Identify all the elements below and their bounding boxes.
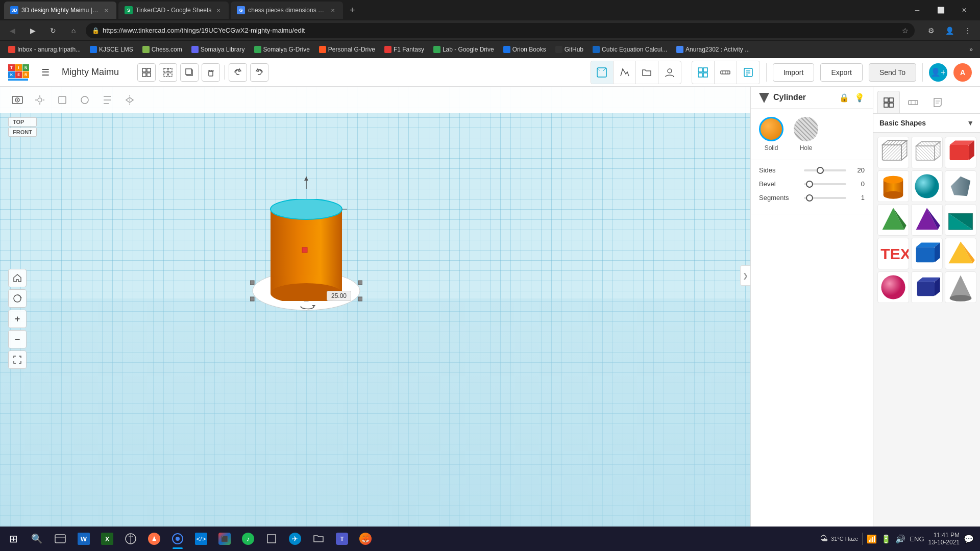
- redo-button[interactable]: [250, 63, 268, 82]
- sides-slider[interactable]: [804, 169, 846, 171]
- tab-close-chess[interactable]: ✕: [329, 6, 337, 14]
- input-method-icon[interactable]: ENG: [910, 535, 924, 543]
- shape-item-red-box[interactable]: [945, 137, 976, 168]
- forward-button[interactable]: ▶: [24, 22, 41, 39]
- group-button[interactable]: [137, 63, 156, 82]
- back-button[interactable]: ◀: [4, 22, 20, 39]
- menu-icon[interactable]: ☰: [37, 64, 54, 81]
- wifi-icon[interactable]: 📶: [867, 534, 877, 544]
- view-user-button[interactable]: [658, 61, 681, 84]
- mirror-icon[interactable]: [120, 91, 139, 109]
- tab-close-sheets[interactable]: ✕: [214, 6, 223, 14]
- tab-tinkercad[interactable]: 3D 3D design Mighty Maimu | Tink... ✕: [4, 2, 116, 19]
- zoom-in-button[interactable]: +: [8, 310, 27, 328]
- view-3d-button[interactable]: [591, 61, 614, 84]
- bookmark-f1[interactable]: F1 Fantasy: [380, 43, 428, 56]
- bookmark-chess[interactable]: Chess.com: [138, 43, 186, 56]
- sides-slider-thumb[interactable]: [817, 167, 824, 174]
- close-button[interactable]: ✕: [952, 0, 976, 20]
- view-grid-panel[interactable]: [692, 61, 715, 84]
- taskbar-item-custom1[interactable]: [119, 528, 142, 550]
- zoom-out-button[interactable]: −: [8, 330, 27, 348]
- view-folder-button[interactable]: [636, 61, 658, 84]
- volume-icon[interactable]: 🔊: [895, 534, 905, 544]
- circle-outline-icon[interactable]: [76, 91, 94, 109]
- shape-item-cylinder-orange[interactable]: [877, 170, 909, 202]
- taskbar-item-custom3[interactable]: ⬛: [213, 528, 236, 550]
- taskbar-item-excel[interactable]: X: [96, 528, 118, 550]
- bookmark-personal-gdrive[interactable]: Personal G-Drive: [315, 43, 379, 56]
- undo-button[interactable]: [229, 63, 247, 82]
- lock-icon[interactable]: 🔒: [839, 93, 849, 103]
- segments-slider[interactable]: [804, 197, 846, 199]
- shape-item-pyramid-purple[interactable]: [911, 204, 943, 236]
- profile-icon[interactable]: 👤: [941, 22, 958, 39]
- shape-item-teal-wedge[interactable]: [945, 204, 976, 236]
- bookmark-kjsce[interactable]: KJSCE LMS: [86, 43, 137, 56]
- start-button[interactable]: ⊞: [2, 528, 24, 550]
- duplicate-button[interactable]: [180, 63, 199, 82]
- bevel-slider-thumb[interactable]: [806, 181, 813, 188]
- info-icon[interactable]: 💡: [854, 93, 865, 103]
- home-button[interactable]: ⌂: [65, 22, 82, 39]
- ungroup-button[interactable]: [159, 63, 177, 82]
- bookmark-somaiya-lib[interactable]: Somaiya Library: [187, 43, 249, 56]
- view-measure-panel[interactable]: [715, 61, 737, 84]
- shapes-tab-measure[interactable]: [902, 91, 924, 113]
- import-button[interactable]: Import: [773, 63, 815, 82]
- shape-item-pyramid-green[interactable]: [877, 204, 909, 236]
- segments-slider-thumb[interactable]: [806, 194, 813, 202]
- hole-option[interactable]: Hole: [794, 117, 818, 152]
- home-view-button[interactable]: [8, 269, 27, 287]
- taskbar-item-vscode[interactable]: ≺/≻: [190, 528, 212, 550]
- shape-outline-icon[interactable]: [53, 91, 71, 109]
- bookmark-somaiya-gdrive[interactable]: Somaiya G-Drive: [250, 43, 314, 56]
- taskbar-search-button[interactable]: 🔍: [26, 528, 48, 550]
- rotate-view-button[interactable]: [8, 289, 27, 308]
- browser-menu-icon[interactable]: ⋮: [960, 22, 976, 39]
- taskbar-item-custom2[interactable]: ♟: [143, 528, 165, 550]
- shape-item-box-blue[interactable]: [911, 238, 943, 269]
- notification-icon[interactable]: 💬: [964, 534, 974, 544]
- tinkercad-logo[interactable]: T I N K E R: [8, 64, 29, 81]
- camera-view-icon[interactable]: [8, 91, 27, 109]
- shape-item-wedge-yellow[interactable]: [945, 238, 976, 269]
- shape-item-sphere-cyan[interactable]: [911, 170, 943, 202]
- battery-icon[interactable]: 🔋: [881, 534, 891, 544]
- align-icon[interactable]: [98, 91, 116, 109]
- view-label-front[interactable]: FRONT: [8, 128, 37, 137]
- fit-view-button[interactable]: [8, 350, 27, 369]
- tab-sheets[interactable]: S TinkerCAD - Google Sheets ✕: [118, 2, 229, 19]
- bookmark-github[interactable]: GitHub: [551, 43, 587, 56]
- bookmark-cubic[interactable]: Cubic Equation Calcul...: [589, 43, 671, 56]
- shape-item-cone-gray[interactable]: [945, 271, 976, 303]
- taskbar-clock[interactable]: 11:41 PM 13-10-2021: [928, 532, 960, 546]
- maximize-button[interactable]: ⬜: [929, 0, 952, 20]
- bookmark-star-icon[interactable]: ☆: [902, 27, 909, 35]
- weather-icon[interactable]: 🌤: [820, 534, 828, 543]
- solid-option[interactable]: Solid: [759, 117, 783, 152]
- canvas-area[interactable]: TOP FRONT + −: [0, 87, 750, 551]
- shape-item-sphere-magenta[interactable]: [877, 271, 909, 303]
- bookmarks-more-button[interactable]: »: [966, 46, 976, 53]
- taskbar-item-teams[interactable]: T: [331, 528, 353, 550]
- view-sketch-button[interactable]: [614, 61, 636, 84]
- taskbar-item-explorer[interactable]: [49, 528, 71, 550]
- add-user-icon[interactable]: 👤+: [929, 63, 947, 82]
- shapes-dropdown-arrow[interactable]: ▼: [967, 119, 974, 127]
- shape-item-box-navy[interactable]: [911, 271, 943, 303]
- bookmark-anurag[interactable]: Anurag2302 : Activity ...: [672, 43, 754, 56]
- light-icon[interactable]: [31, 91, 49, 109]
- view-label-top[interactable]: TOP: [8, 117, 37, 127]
- shapes-tab-grid[interactable]: [877, 91, 900, 113]
- minimize-button[interactable]: ─: [905, 0, 929, 20]
- send-to-button[interactable]: Send To: [869, 63, 916, 82]
- collapse-icon[interactable]: [759, 93, 769, 103]
- tab-chess[interactable]: G chess pieces dimensions - Goo... ✕: [231, 2, 343, 19]
- taskbar-item-word[interactable]: W: [72, 528, 95, 550]
- user-avatar[interactable]: A: [953, 63, 972, 82]
- taskbar-item-browser[interactable]: [166, 528, 189, 550]
- export-button[interactable]: Export: [820, 63, 862, 82]
- bookmark-orion[interactable]: Orion Books: [499, 43, 550, 56]
- bevel-slider[interactable]: [804, 183, 846, 185]
